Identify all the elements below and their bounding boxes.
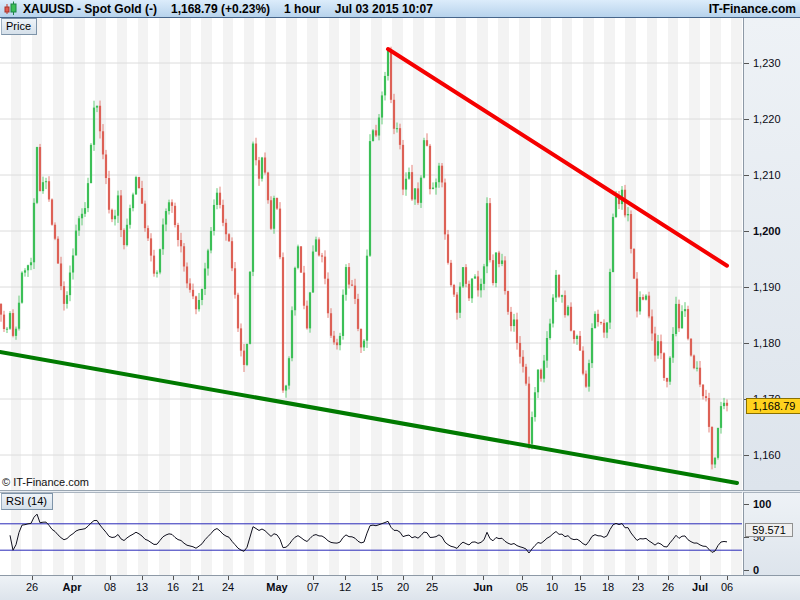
price-tick: [744, 455, 749, 456]
time-tick: [483, 576, 484, 580]
price-chart-canvas[interactable]: [0, 18, 742, 490]
time-tick-label: 20: [397, 581, 409, 593]
time-tick: [313, 576, 314, 580]
time-tick: [638, 576, 639, 580]
price-tick-label: 1,230: [753, 57, 781, 69]
datetime-label: Jul 03 2015 10:07: [335, 2, 433, 16]
time-tick: [522, 576, 523, 580]
tab-price[interactable]: Price: [1, 18, 37, 35]
time-tick-label: 10: [546, 581, 558, 593]
price-tick: [744, 287, 749, 288]
rsi-tick: [744, 537, 749, 538]
time-tick: [432, 576, 433, 580]
time-tick: [198, 576, 199, 580]
price-tick: [744, 343, 749, 344]
time-tick-label: 16: [167, 581, 179, 593]
time-tick: [32, 576, 33, 580]
price-tick-label: 1,210: [753, 169, 781, 181]
time-tick: [345, 576, 346, 580]
candlestick-logo-icon: [3, 1, 19, 16]
time-tick-label: 05: [516, 581, 528, 593]
price-axis[interactable]: 1,2301,2201,2101,2001,1901,1801,1701,160…: [743, 18, 800, 490]
rsi-indicator-pane[interactable]: RSI (14): [0, 492, 742, 576]
time-tick-label: 25: [426, 581, 438, 593]
chart-application: XAUUSD - Spot Gold (-) 1,168.79 (+0.23%)…: [0, 0, 800, 600]
rsi-value-label: 59.571: [745, 523, 793, 537]
time-tick-label: 13: [136, 581, 148, 593]
rsi-tick: [744, 570, 749, 571]
price-tick-label: 1,190: [753, 281, 781, 293]
time-tick-label: 07: [307, 581, 319, 593]
tab-rsi[interactable]: RSI (14): [1, 493, 53, 510]
time-tick-label: 06: [721, 581, 733, 593]
time-tick: [277, 576, 278, 580]
price-tick-label: 1,180: [753, 337, 781, 349]
time-tick: [700, 576, 701, 580]
time-tick-label: 26: [26, 581, 38, 593]
timeframe-label: 1 hour: [284, 2, 321, 16]
time-tick: [377, 576, 378, 580]
time-tick-label: Apr: [63, 581, 82, 593]
time-tick: [110, 576, 111, 580]
rsi-axis[interactable]: 10050059.571: [743, 492, 800, 576]
price-tick-label: 1,200: [753, 225, 781, 237]
rsi-tick: [744, 504, 749, 505]
title-bar: XAUUSD - Spot Gold (-) 1,168.79 (+0.23%)…: [0, 0, 800, 18]
time-tick-label: 21: [192, 581, 204, 593]
time-tick-label: 18: [602, 581, 614, 593]
time-axis[interactable]: 26Apr0813162124May0712152025Jun051015182…: [0, 575, 800, 600]
time-tick: [552, 576, 553, 580]
time-tick-label: Jun: [473, 581, 493, 593]
last-price-change: 1,168.79 (+0.23%): [171, 2, 270, 16]
time-tick-label: 26: [662, 581, 674, 593]
price-chart-pane[interactable]: Price © IT-Finance.com: [0, 18, 742, 490]
time-tick-label: 15: [371, 581, 383, 593]
time-tick: [173, 576, 174, 580]
time-tick-label: 08: [104, 581, 116, 593]
time-tick: [228, 576, 229, 580]
rsi-chart-canvas[interactable]: [0, 493, 742, 576]
copyright-label: © IT-Finance.com: [2, 476, 89, 488]
time-tick-label: Jul: [692, 581, 708, 593]
price-tick-label: 1,220: [753, 113, 781, 125]
price-tick-label: 1,160: [753, 449, 781, 461]
time-tick: [72, 576, 73, 580]
time-tick: [580, 576, 581, 580]
time-tick: [727, 576, 728, 580]
time-tick: [608, 576, 609, 580]
time-tick-label: 23: [632, 581, 644, 593]
time-tick-label: 24: [222, 581, 234, 593]
price-tick: [744, 119, 749, 120]
time-tick: [668, 576, 669, 580]
price-tick: [744, 175, 749, 176]
time-tick-label: 15: [574, 581, 586, 593]
rsi-tick-label: 100: [753, 498, 771, 510]
current-price-label: 1,168.79: [746, 398, 800, 414]
time-tick-label: May: [266, 581, 287, 593]
price-tick: [744, 231, 749, 232]
symbol-title: XAUUSD - Spot Gold (-): [23, 2, 157, 16]
price-tick: [744, 63, 749, 64]
time-tick: [142, 576, 143, 580]
time-tick-label: 12: [339, 581, 351, 593]
brand-label: IT-Finance.com: [709, 2, 796, 16]
time-tick: [403, 576, 404, 580]
